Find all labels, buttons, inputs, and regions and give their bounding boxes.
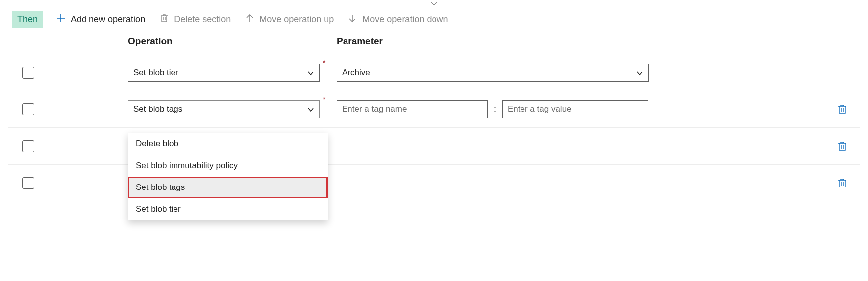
add-label: Add new operation: [71, 14, 145, 25]
operation-select[interactable]: Set blob tier: [128, 64, 320, 82]
move-down-label: Move operation down: [362, 14, 448, 25]
move-up-label: Move operation up: [260, 14, 334, 25]
delete-row-button[interactable]: [837, 141, 848, 152]
operation-dropdown[interactable]: Delete blob Set blob immutability policy…: [128, 133, 328, 220]
operation-row: Set blob tags * :: [8, 91, 860, 127]
then-badge: Then: [12, 11, 43, 28]
row-checkbox[interactable]: [22, 103, 34, 115]
dropdown-option[interactable]: Set blob immutability policy: [128, 155, 328, 177]
chevron-down-icon: [307, 69, 314, 76]
dropdown-option[interactable]: Delete blob: [128, 133, 328, 155]
delete-section-button[interactable]: Delete section: [158, 11, 232, 28]
chevron-down-icon: [307, 106, 314, 113]
then-panel: Then Add new operation Delete section Mo…: [8, 6, 860, 236]
chevron-down-icon: [636, 69, 643, 76]
move-up-button[interactable]: Move operation up: [244, 11, 335, 28]
trash-icon: [159, 13, 169, 26]
parameter-select[interactable]: Archive: [337, 64, 649, 82]
toolbar: Then Add new operation Delete section Mo…: [8, 6, 860, 36]
required-marker: *: [323, 95, 325, 103]
delete-row-button[interactable]: [837, 104, 848, 115]
operation-row: Set blob tier * Archive: [8, 54, 860, 91]
move-down-button[interactable]: Move operation down: [347, 11, 449, 28]
operation-select-value: Set blob tags: [133, 104, 182, 114]
row-checkbox[interactable]: [22, 67, 34, 79]
required-marker: *: [323, 59, 325, 67]
add-new-operation-button[interactable]: Add new operation: [55, 11, 146, 28]
tag-value-input[interactable]: [502, 100, 648, 118]
delete-row-button[interactable]: [837, 178, 848, 188]
operation-select[interactable]: Set blob tags: [128, 100, 320, 118]
connector-arrow-icon: [429, 0, 439, 6]
colon-separator: :: [493, 104, 497, 114]
header-parameter: Parameter: [337, 36, 852, 47]
delete-section-label: Delete section: [174, 14, 231, 25]
plus-icon: [56, 13, 66, 26]
column-headers: Operation Parameter: [8, 36, 860, 54]
row-checkbox[interactable]: [22, 140, 34, 152]
arrow-down-icon: [347, 13, 357, 26]
dropdown-option[interactable]: Set blob tags: [128, 177, 328, 198]
arrow-up-icon: [245, 13, 255, 26]
dropdown-option[interactable]: Set blob tier: [128, 198, 328, 220]
operation-select-value: Set blob tier: [133, 68, 178, 78]
tag-name-input[interactable]: [337, 100, 488, 118]
header-operation: Operation: [128, 36, 337, 47]
parameter-select-value: Archive: [342, 68, 370, 78]
row-checkbox[interactable]: [22, 177, 34, 189]
